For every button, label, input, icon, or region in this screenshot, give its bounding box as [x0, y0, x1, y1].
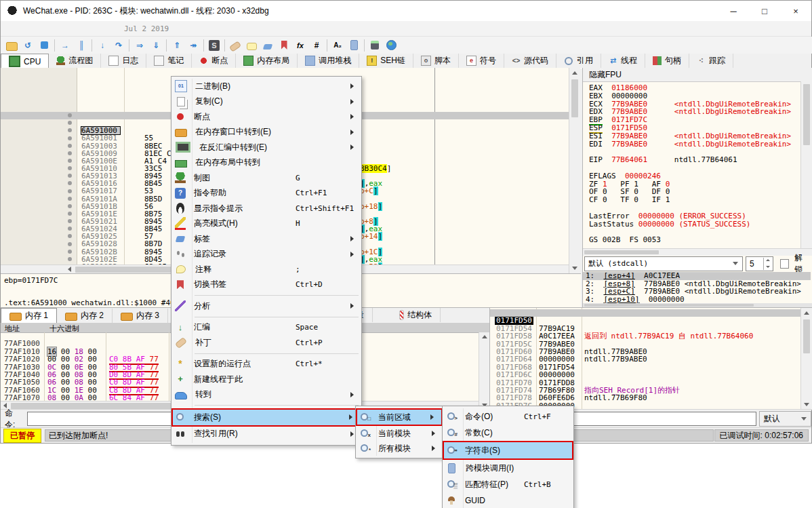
stack-row[interactable]: 0171FD74 D60FE6D6: [490, 379, 812, 387]
context-menu-item[interactable]: 注释 ;: [171, 262, 361, 277]
view-tab[interactable]: CPU: [1, 54, 49, 69]
stack-row[interactable]: 0171FD64 0171FD54: [490, 348, 812, 355]
toolbar-button[interactable]: [73, 38, 89, 53]
context-menu-item[interactable]: 在内存布局中转到: [171, 155, 361, 171]
context-menu-item[interactable]: 分析: [171, 298, 361, 314]
context-menu-item[interactable]: 转到: [171, 387, 361, 403]
context-menu-item[interactable]: 复制(C): [171, 94, 361, 110]
context-menu-item[interactable]: 设置新的运行点 Ctrl+*: [171, 357, 361, 372]
breakpoint-dot-icon[interactable]: [68, 250, 72, 254]
context-menu-item[interactable]: 补丁 Ctrl+P: [171, 335, 361, 351]
toolbar-button[interactable]: [3, 38, 20, 53]
register-line[interactable]: CF 0 TF 0 IF 1: [589, 196, 791, 204]
submenu-item[interactable]: 命令(O) Ctrl+F: [443, 408, 573, 425]
submenu-item[interactable]: 字符串(S): [443, 441, 573, 460]
stack-row[interactable]: 0171FD68 00000000: [490, 355, 812, 363]
context-menu-item[interactable]: [171, 351, 361, 357]
submenu-item[interactable]: 当前区域: [356, 408, 443, 426]
submenu-item[interactable]: 当前模块: [356, 426, 443, 441]
view-tab[interactable]: 日志: [101, 54, 146, 68]
breakpoint-dot-icon[interactable]: [68, 212, 72, 216]
submenu-item[interactable]: 常数(C): [443, 425, 573, 441]
toolbar-button[interactable]: [327, 39, 327, 52]
hide-fpu-button[interactable]: 隐藏FPU: [583, 68, 812, 82]
view-tab[interactable]: 源代码: [504, 54, 556, 68]
menubar-item[interactable]: [75, 27, 90, 30]
toolbar-button[interactable]: [367, 38, 383, 53]
context-menu-item[interactable]: 切换书签 Ctrl+D: [171, 277, 361, 293]
command-profile-select[interactable]: 默认: [759, 411, 811, 427]
register-line[interactable]: LastStatus 00000000 (STATUS_SUCCESS): [589, 220, 791, 229]
breakpoint-dot-icon[interactable]: [68, 128, 72, 132]
breakpoint-dot-icon[interactable]: [68, 257, 72, 261]
stack-row[interactable]: 0171FD78 00000000: [490, 387, 812, 394]
toolbar-button[interactable]: [308, 38, 325, 53]
view-tab[interactable]: 引用: [556, 54, 601, 68]
breakpoint-dot-icon[interactable]: [68, 159, 72, 163]
toolbar-button[interactable]: [276, 38, 292, 53]
view-tab[interactable]: 符号: [459, 54, 504, 68]
submenu-item[interactable]: 跨模块调用(I): [443, 460, 573, 476]
scroll-up-icon[interactable]: [479, 332, 489, 341]
register-line[interactable]: EDI 77B9ABE0 <ntdll.DbgUiRemoteBreakin>: [589, 140, 791, 149]
register-line[interactable]: GS 002B FS 0053: [589, 236, 791, 244]
stack-row[interactable]: 0171FD58 77B9ABE0 ntdll.77B9ABE0: [490, 325, 812, 332]
context-menu-item[interactable]: 二进制(B): [171, 79, 361, 94]
toolbar-button[interactable]: [243, 38, 260, 53]
context-menu-item[interactable]: 在反汇编中转到(E): [171, 140, 361, 155]
context-menu-item[interactable]: [171, 292, 361, 298]
toolbar-button[interactable]: [260, 38, 276, 53]
menubar-item[interactable]: [60, 27, 75, 30]
toolbar-button[interactable]: [364, 39, 365, 52]
breakpoint-dot-icon[interactable]: [68, 113, 72, 117]
toolbar-button[interactable]: [169, 38, 185, 53]
toolbar-button[interactable]: [54, 39, 55, 52]
view-tab[interactable]: 流程图: [49, 54, 101, 68]
breakpoint-dot-icon[interactable]: [68, 227, 72, 231]
submenu-item[interactable]: 所有模块: [356, 441, 443, 456]
context-menu-item[interactable]: 追踪记录: [171, 247, 361, 262]
view-tab[interactable]: 脚本: [413, 54, 459, 68]
toolbar-button[interactable]: [383, 38, 399, 53]
disasm-scrollbar-vertical[interactable]: [569, 68, 580, 273]
context-menu-item[interactable]: [171, 402, 361, 408]
dump-scrollbar-vertical[interactable]: [479, 332, 490, 410]
context-menu-item[interactable]: 高亮模式(H) H: [171, 216, 361, 232]
breakpoint-dot-icon[interactable]: [68, 166, 72, 170]
breakpoint-dot-icon[interactable]: [68, 189, 72, 193]
context-menu-item[interactable]: 制图 G: [171, 170, 361, 186]
toolbar-button[interactable]: [206, 38, 222, 53]
toolbar-button[interactable]: [148, 38, 164, 53]
stack-row[interactable]: 0171FD6C 0171FDD8 指向SEH_Record[1]的指针: [490, 364, 812, 371]
menubar-item[interactable]: [16, 27, 31, 30]
stack-row[interactable]: 0171FD54 A0C17EEA: [490, 317, 812, 324]
view-tab[interactable]: 调用堆栈: [298, 54, 359, 68]
breakpoint-dot-icon[interactable]: [68, 144, 72, 148]
toolbar-button[interactable]: [57, 38, 73, 53]
stack-row[interactable]: 0171FD7C 0171FD8C: [490, 394, 812, 402]
breakpoint-dot-icon[interactable]: [68, 174, 72, 178]
toolbar-button[interactable]: [329, 38, 346, 53]
maximize-button[interactable]: □: [749, 1, 780, 21]
menubar-item[interactable]: [90, 27, 105, 30]
scroll-down-icon[interactable]: [801, 399, 811, 410]
register-line[interactable]: EIP 77B64061 ntdll.77B64061: [589, 156, 791, 164]
breakpoint-dot-icon[interactable]: [68, 204, 72, 208]
context-menu-item[interactable]: 指令帮助 Ctrl+F1: [171, 186, 361, 201]
breakpoint-dot-icon[interactable]: [68, 136, 72, 140]
breakpoint-dot-icon[interactable]: [68, 242, 72, 246]
scroll-up-icon[interactable]: [569, 68, 580, 78]
toolbar-button[interactable]: [203, 39, 204, 52]
stack-row[interactable]: 0171FD50 77B9AC19 返回到 ntdll.77B9AC19 自 n…: [490, 309, 812, 317]
context-menu-item[interactable]: 查找引用(R): [171, 427, 361, 442]
args-count-stepper[interactable]: 5: [746, 256, 773, 271]
toolbar-button[interactable]: [346, 38, 362, 53]
breakpoint-dot-icon[interactable]: [68, 197, 72, 201]
minimize-button[interactable]: ─: [718, 1, 749, 21]
context-menu-item[interactable]: 断点: [171, 109, 361, 125]
view-tab[interactable]: 内存布局: [236, 54, 298, 68]
stack-row[interactable]: 0171FD60 00000000: [490, 340, 812, 348]
view-tab[interactable]: SEH链: [359, 54, 413, 68]
toolbar-button[interactable]: [110, 38, 127, 53]
stack-scrollbar-vertical[interactable]: [800, 308, 812, 410]
